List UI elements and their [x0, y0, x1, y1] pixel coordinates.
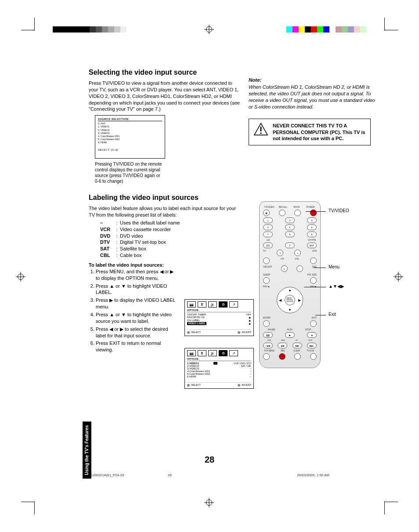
registration-mark — [206, 26, 212, 33]
osd-caption: Pressing TV/VIDEO on the remote control … — [95, 161, 165, 184]
osd-title: SOURCE SELECTION — [98, 118, 162, 121]
osd-list: 0. ANT1. VIDEO12. VIDEO23. VIDEO34. Colo… — [98, 122, 162, 144]
warning-icon — [253, 123, 268, 136]
page-content: Selecting the video input source Press T… — [44, 35, 375, 483]
section-paragraph: The video label feature allows you to la… — [89, 205, 240, 218]
callout-tvvideo: TV/VIDEO — [329, 208, 349, 213]
registration-mark — [395, 274, 401, 280]
callout-exit: Exit — [329, 312, 336, 317]
option-menu-osd: 📷🎚🔊⚙↗OPTIONON/OFF TIMEROFFFAVORITE CH▶CH… — [184, 299, 254, 336]
footer-date: 29/03/2005, 1:50 AM — [297, 473, 329, 477]
section-heading: Selecting the video input source — [89, 69, 240, 76]
crop-mark — [385, 30, 398, 30]
note-body: When ColorStream HD 1, ColorStream HD 2,… — [249, 84, 376, 110]
remote-illustration: TV/VIDEORECALLMUTEPOWER⏻123456789+10CH R… — [259, 201, 373, 368]
section-heading: Labeling the video input sources — [89, 194, 240, 202]
osd-select-hint: SELECT: [0~6] — [98, 148, 162, 151]
left-column: Selecting the video input source Press T… — [89, 69, 240, 355]
crop-mark — [34, 501, 35, 514]
crop-mark — [384, 501, 385, 514]
remote-body: TV/VIDEORECALLMUTEPOWER⏻123456789+10CH R… — [259, 201, 321, 368]
steps-list: Press MENU, and then press ◀ or ▶ to dis… — [89, 268, 179, 353]
note-heading: Note: — [249, 77, 376, 83]
steps-heading: To label the video input sources: — [89, 262, 240, 268]
color-bar — [53, 26, 133, 33]
side-tab: Using the TV's Features — [83, 422, 91, 479]
registration-mark — [206, 499, 212, 506]
svg-rect-0 — [260, 127, 262, 132]
footer-page: 28 — [168, 473, 172, 477]
crop-mark — [385, 502, 398, 502]
video-label-menu-osd: 📷🎚🔊⚙↗OPTION1.VIDEO1−: VCR / DVD / DTV2.V… — [184, 348, 254, 389]
callout-menu: Menu — [329, 264, 340, 269]
source-selection-osd: SOURCE SELECTION 0. ANT1. VIDEO12. VIDEO… — [95, 115, 165, 159]
crop-mark — [34, 18, 35, 31]
color-bar — [286, 26, 366, 33]
callout-arrows: ▲▼◀▶ — [329, 284, 344, 289]
right-column: Note: When ColorStream HD 1, ColorStream… — [249, 77, 376, 145]
section-paragraph: Press TV/VIDEO to view a signal from ano… — [89, 80, 240, 112]
warning-box: NEVER CONNECT THIS TV TO A PERSONAL COMP… — [249, 119, 371, 145]
crop-mark — [384, 18, 385, 31]
labels-table: –: Uses the default label nameVCR: Video… — [100, 220, 240, 259]
warning-text: NEVER CONNECT THIS TV TO A PERSONAL COMP… — [273, 123, 366, 141]
registration-mark — [18, 274, 24, 280]
footer: 3U00221A(E)_P24-29 28 29/03/2005, 1:50 A… — [90, 473, 329, 477]
svg-point-1 — [260, 133, 261, 134]
crop-mark — [21, 502, 34, 502]
page-number: 28 — [205, 455, 214, 465]
crop-mark — [21, 30, 34, 30]
footer-file: 3U00221A(E)_P24-29 — [90, 473, 124, 477]
